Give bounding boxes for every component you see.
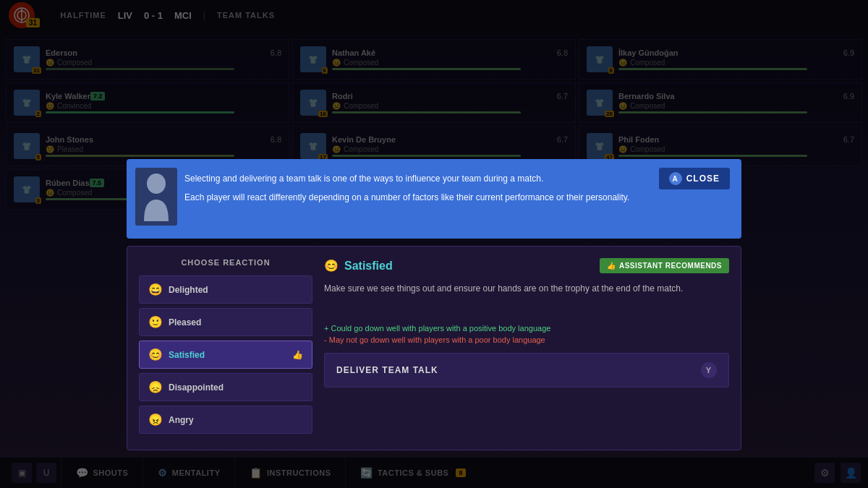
disappointed-label: Disappointed [169, 382, 224, 393]
satisfied-label: Satisfied [169, 350, 205, 360]
pleased-label: Pleased [169, 317, 201, 328]
reaction-disappointed-button[interactable]: 😞 Disappointed [139, 373, 312, 401]
selected-emoji: 😊 [324, 259, 339, 273]
satisfied-emoji: 😊 [148, 348, 163, 361]
reaction-positive-text: + Could go down well with players with a… [324, 324, 729, 333]
deliver-key-badge: Y [701, 362, 717, 378]
reaction-dialog: CHOOSE REACTION 😄 Delighted 🙂 Pleased 😊 … [127, 246, 741, 450]
reaction-angry-button[interactable]: 😠 Angry [139, 406, 312, 434]
reaction-title: CHOOSE REACTION [139, 258, 312, 267]
close-button[interactable]: A CLOSE [659, 168, 730, 189]
close-key-icon: A [669, 172, 682, 185]
reaction-left-panel: CHOOSE REACTION 😄 Delighted 🙂 Pleased 😊 … [139, 258, 312, 438]
info-box: A CLOSE Selecting and delivering a team … [127, 159, 741, 239]
angry-emoji: 😠 [148, 413, 163, 427]
reaction-description: Make sure we see things out and ensure o… [324, 282, 729, 295]
selected-reaction: 😊 Satisfied [324, 259, 393, 273]
manager-avatar [135, 168, 177, 226]
reaction-satisfied-button[interactable]: 😊 Satisfied 👍 [139, 341, 312, 369]
info-text-1: Selecting and delivering a team talk is … [184, 172, 727, 185]
reaction-delighted-button[interactable]: 😄 Delighted [139, 275, 312, 304]
close-label: CLOSE [686, 174, 720, 184]
disappointed-emoji: 😞 [148, 380, 163, 394]
svg-point-3 [147, 174, 166, 194]
assistant-recommends-label: ASSISTANT RECOMMENDS [619, 262, 722, 270]
delighted-emoji: 😄 [148, 283, 163, 296]
reaction-pleased-button[interactable]: 🙂 Pleased [139, 308, 312, 336]
thumbs-up-icon: 👍 [292, 350, 303, 360]
reaction-right-panel: 😊 Satisfied 👍 ASSISTANT RECOMMENDS Make … [324, 258, 729, 438]
delighted-label: Delighted [169, 285, 208, 295]
thumbs-up-badge-icon: 👍 [607, 262, 616, 270]
deliver-label: DELIVER TEAM TALK [336, 365, 438, 375]
deliver-team-talk-button[interactable]: DELIVER TEAM TALK Y [324, 353, 729, 388]
reaction-header: 😊 Satisfied 👍 ASSISTANT RECOMMENDS [324, 258, 729, 273]
reaction-negative-text: - May not go down well with players with… [324, 335, 729, 344]
assistant-recommends-badge: 👍 ASSISTANT RECOMMENDS [600, 258, 729, 273]
info-text: Selecting and delivering a team talk is … [184, 172, 727, 204]
angry-label: Angry [169, 415, 194, 425]
pleased-emoji: 🙂 [148, 315, 163, 329]
info-text-2: Each player will react differently depen… [184, 191, 727, 204]
selected-label: Satisfied [344, 260, 393, 273]
